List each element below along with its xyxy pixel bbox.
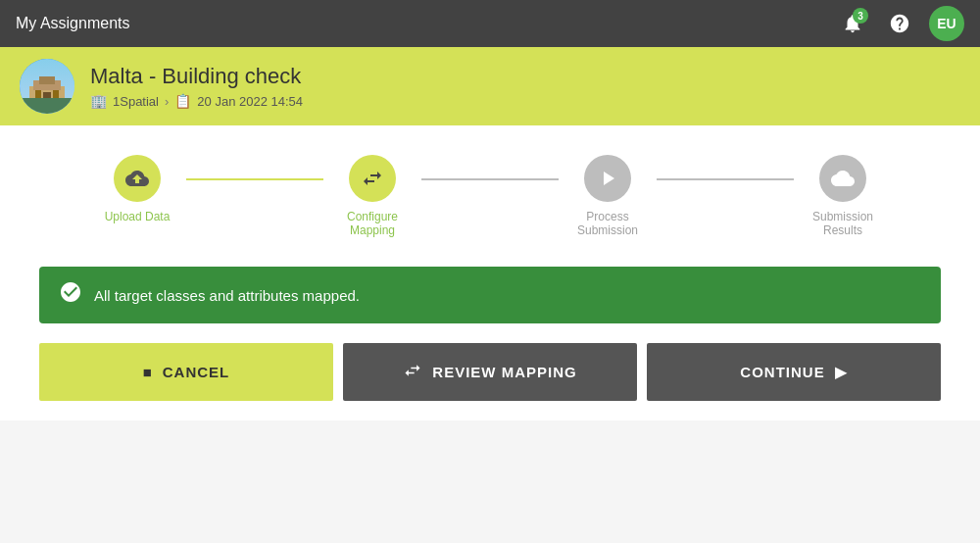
thumbnail-image: [20, 59, 74, 114]
connector-1: [186, 178, 323, 180]
svg-rect-3: [39, 76, 55, 84]
step-circle-2: [349, 155, 396, 202]
step-circle-3: [584, 155, 631, 202]
action-buttons: ■ CANCEL REVIEW MAPPING CONTINUE ▶: [39, 343, 941, 401]
review-mapping-button[interactable]: REVIEW MAPPING: [343, 343, 637, 401]
app-title: My Assignments: [16, 15, 129, 32]
help-button[interactable]: [882, 6, 917, 41]
date-icon: 📋: [174, 93, 191, 109]
review-label: REVIEW MAPPING: [432, 364, 576, 380]
continue-icon: ▶: [835, 364, 848, 381]
assignment-title: Malta - Building check: [90, 64, 303, 89]
assignment-thumbnail: [20, 59, 74, 114]
success-banner: All target classes and attributes mapped…: [39, 267, 941, 323]
success-message: All target classes and attributes mapped…: [94, 287, 360, 304]
svg-rect-4: [35, 90, 41, 98]
user-avatar[interactable]: EU: [929, 6, 964, 41]
success-icon: [59, 280, 82, 310]
assignment-org: 1Spatial: [113, 94, 159, 109]
continue-label: CONTINUE: [740, 364, 824, 380]
step-process-submission: Process Submission: [559, 155, 657, 237]
step-label-4: Submission Results: [794, 210, 892, 237]
notification-badge: 3: [853, 8, 868, 24]
assignment-banner: Malta - Building check 🏢 1Spatial › 📋 20…: [0, 47, 980, 125]
step-configure-mapping: Configure Mapping: [323, 155, 421, 237]
app-header: My Assignments 3 EU: [0, 0, 980, 47]
step-label-2: Configure Mapping: [323, 210, 421, 237]
meta-separator: ›: [165, 94, 169, 109]
step-submission-results: Submission Results: [794, 155, 892, 237]
assignment-info: Malta - Building check 🏢 1Spatial › 📋 20…: [90, 64, 303, 109]
step-label-1: Upload Data: [88, 210, 186, 223]
cancel-label: CANCEL: [163, 364, 230, 380]
step-upload-data: Upload Data: [88, 155, 186, 223]
connector-3: [657, 178, 794, 180]
step-label-3: Process Submission: [559, 210, 657, 237]
notifications-button[interactable]: 3: [835, 6, 870, 41]
review-icon: [403, 361, 422, 383]
org-icon: 🏢: [90, 93, 107, 109]
svg-rect-7: [20, 98, 74, 114]
assignment-meta: 🏢 1Spatial › 📋 20 Jan 2022 14:54: [90, 93, 303, 109]
cancel-button[interactable]: ■ CANCEL: [39, 343, 333, 401]
stepper: Upload Data Configure Mapping Process Su…: [39, 155, 941, 237]
header-actions: 3 EU: [835, 6, 964, 41]
step-circle-1: [114, 155, 161, 202]
svg-rect-5: [53, 90, 59, 98]
step-circle-4: [819, 155, 866, 202]
continue-button[interactable]: CONTINUE ▶: [647, 343, 941, 401]
cancel-icon: ■: [143, 364, 153, 380]
assignment-date: 20 Jan 2022 14:54: [197, 94, 303, 109]
connector-2: [421, 178, 559, 180]
main-content: Upload Data Configure Mapping Process Su…: [0, 125, 980, 420]
